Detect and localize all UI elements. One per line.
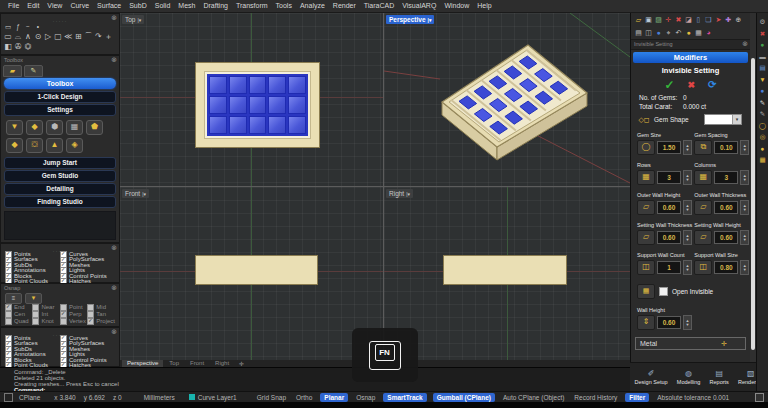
notes-icon[interactable]: ✎ — [759, 99, 766, 106]
menu-item[interactable]: Window — [440, 0, 473, 12]
camera-icon[interactable]: ▤ — [634, 28, 643, 37]
render-icon[interactable]: ● — [759, 41, 766, 48]
statusbar-lock-icon[interactable] — [4, 393, 13, 402]
undo-icon[interactable]: ↶ — [674, 28, 683, 37]
close-icon[interactable]: ⊗ — [111, 56, 117, 64]
param-value-input[interactable]: 0.60 — [657, 201, 681, 214]
menu-item[interactable]: Surface — [93, 0, 125, 12]
param-spinner[interactable]: ▲▼ — [740, 170, 749, 185]
viewport-tab[interactable]: Top — [164, 360, 184, 367]
cancel-x-icon[interactable]: ✖ — [688, 80, 696, 90]
viewport-right-label[interactable]: Right|▾ — [386, 189, 413, 198]
text-icon[interactable]: ⊞ — [74, 32, 82, 42]
gem-funnel-icon[interactable]: ▼ — [6, 120, 23, 135]
cplane-label[interactable]: CPlane — [19, 394, 40, 401]
status-toggle[interactable]: SmartTrack — [383, 393, 426, 402]
viewport-front-label[interactable]: Front|▾ — [122, 189, 149, 198]
menu-item[interactable]: Render — [329, 0, 360, 12]
arc-tool-icon[interactable]: ⌓ — [14, 32, 22, 42]
osnap-checkbox[interactable]: Perp — [60, 311, 87, 318]
rectangle-small-icon[interactable]: ▭ — [4, 22, 12, 32]
arc2-icon[interactable]: ⌒ — [84, 32, 92, 42]
param-value-input[interactable]: 0.60 — [714, 231, 738, 244]
gem-shape-dropdown[interactable]: ▾ — [704, 114, 742, 125]
param-value-input[interactable]: 3 — [657, 171, 681, 184]
osnap-checkbox[interactable]: Project — [87, 318, 115, 325]
apply-check-icon[interactable]: ✓ — [665, 78, 675, 92]
polyline-icon[interactable]: ∧ — [24, 32, 32, 42]
menu-item[interactable]: Edit — [23, 0, 43, 12]
toolbox-button[interactable]: 1-Click Design — [4, 91, 116, 103]
plane-icon[interactable]: ▢ — [54, 32, 62, 42]
osnap-checkbox[interactable]: Knot — [32, 318, 59, 325]
freeform-curve-icon[interactable]: ↷ — [94, 32, 102, 42]
print-icon[interactable]: ▨ — [654, 15, 663, 24]
panel-icon[interactable]: ▦ — [694, 28, 703, 37]
param-spinner[interactable]: ▲▼ — [683, 315, 692, 330]
osnap-checkbox[interactable]: Cen — [5, 311, 32, 318]
param-spinner[interactable]: ▲▼ — [740, 200, 749, 215]
zoom-icon[interactable]: ⌖ — [664, 28, 673, 37]
param-spinner[interactable]: ▲▼ — [740, 260, 749, 275]
viewport-tab[interactable]: Right — [210, 360, 234, 367]
menu-item[interactable]: Solid — [151, 0, 175, 12]
param-value-input[interactable]: 0.60 — [657, 231, 681, 244]
pencil-tab-icon[interactable]: ✎ — [24, 65, 43, 77]
close-icon[interactable]: ⊗ — [111, 328, 117, 336]
panel-drag-handle[interactable]: ····· — [53, 18, 68, 24]
nav-design-setup[interactable]: ✐ Design Setup — [635, 369, 668, 385]
toolbox-header[interactable]: Toolbox — [4, 78, 116, 89]
param-spinner[interactable]: ▲▼ — [683, 170, 692, 185]
metal-section-header[interactable]: Metal ✛ — [635, 337, 746, 350]
toolbox-button[interactable]: Settings — [4, 104, 116, 116]
pattern-sphere-icon[interactable]: ⬢ — [46, 120, 63, 135]
param-value-input[interactable]: 3 — [714, 171, 738, 184]
viewport-perspective[interactable]: Perspective|▾ — [384, 13, 630, 186]
pattern-grid-icon[interactable]: ▦ — [66, 120, 83, 135]
rectangle-tool-icon[interactable]: ▭ — [4, 32, 12, 42]
surface-icon[interactable]: ◧ — [4, 42, 12, 52]
menu-item[interactable]: Tools — [272, 0, 296, 12]
viewport-tab[interactable]: Front — [185, 360, 209, 367]
cross-icon[interactable]: ＋ — [104, 32, 112, 42]
menu-item[interactable]: Curve — [66, 0, 93, 12]
modifiers-header[interactable]: Modifiers — [633, 52, 748, 63]
expand-plus-icon[interactable]: ✛ — [721, 340, 727, 348]
curve-func-icon[interactable]: ƒ — [14, 22, 22, 32]
viewport-top[interactable]: Top|▾ — [120, 13, 383, 186]
osnap-checkbox[interactable]: End — [5, 304, 32, 311]
sweep-icon[interactable]: ✇ — [14, 42, 22, 52]
notification-icon[interactable] — [755, 393, 764, 402]
viewport-top-label[interactable]: Top|▾ — [122, 15, 144, 24]
menu-item[interactable]: Analyze — [296, 0, 329, 12]
add-icon[interactable]: ✚ — [724, 15, 733, 24]
material-icon[interactable]: ● — [759, 87, 766, 94]
status-toggle[interactable]: Grid Snap — [255, 393, 288, 402]
menu-item[interactable]: Help — [473, 0, 495, 12]
param-spinner[interactable]: ▲▼ — [683, 230, 692, 245]
layer-color-swatch[interactable] — [189, 394, 195, 400]
param-spinner[interactable]: ▲▼ — [683, 140, 692, 155]
gem-box-icon[interactable]: ◆ — [26, 120, 43, 135]
target-icon[interactable]: ✛ — [664, 15, 673, 24]
gem-bezel-icon[interactable]: ◈ — [66, 138, 83, 153]
dash-icon[interactable]: − — [24, 22, 32, 32]
gear-icon[interactable]: ⚙ — [759, 18, 766, 25]
menu-item[interactable]: VisualARQ — [398, 0, 440, 12]
status-toggle[interactable]: Osnap — [354, 393, 377, 402]
scrollbar-thumb[interactable] — [751, 58, 755, 350]
grid-panel-icon[interactable]: ▦ — [759, 156, 766, 163]
toolbox-button[interactable]: Gem Studio — [4, 170, 116, 182]
param-value-input[interactable]: 0.60 — [657, 316, 681, 329]
close-icon[interactable]: ⊗ — [111, 284, 117, 292]
circle-icon[interactable]: ⊙ — [34, 32, 42, 42]
status-toggle[interactable]: Ortho — [294, 393, 314, 402]
point-small-icon[interactable]: • — [34, 22, 42, 32]
mesh-icon[interactable]: ⏣ — [24, 42, 32, 52]
osnap-checkbox[interactable]: Mid — [87, 304, 115, 311]
menu-item[interactable]: SubD — [125, 0, 151, 12]
menu-item[interactable]: Transform — [232, 0, 272, 12]
param-spinner[interactable]: ▲▼ — [683, 200, 692, 215]
param-spinner[interactable]: ▲▼ — [740, 230, 749, 245]
status-toggle[interactable]: Gumball (CPlane) — [433, 393, 495, 402]
